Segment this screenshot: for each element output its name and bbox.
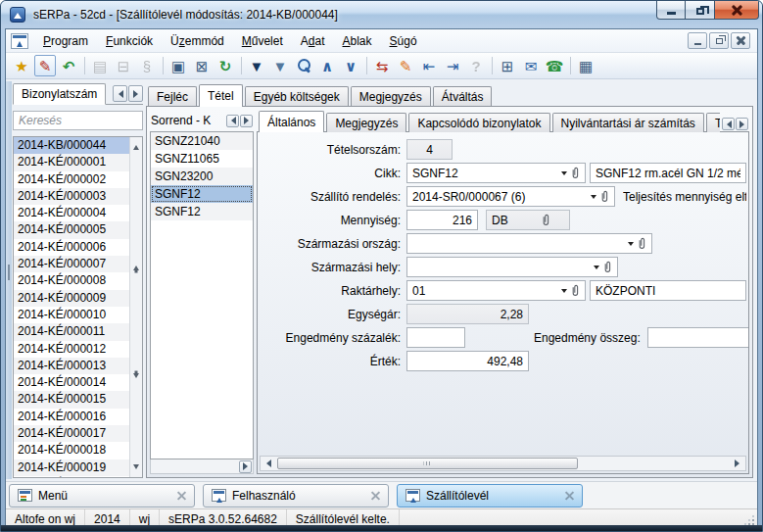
mdi-minimize-button[interactable]: [688, 32, 707, 49]
tab-bizonylatszam[interactable]: Bizonylatszám: [13, 83, 106, 105]
revert-icon[interactable]: ↶: [58, 55, 79, 76]
calculator-icon[interactable]: ⊞: [497, 55, 518, 76]
engedmeny-osszeg-input[interactable]: [647, 327, 749, 348]
document-tab[interactable]: Egyéb költségek: [245, 86, 349, 106]
dropdown-icon[interactable]: [591, 195, 596, 199]
sort-header[interactable]: Sorrend - K: [151, 114, 225, 127]
attachment-icon[interactable]: [603, 261, 612, 273]
close-button[interactable]: [715, 1, 759, 20]
line-item[interactable]: SGN23200: [151, 168, 253, 185]
splitter-handle[interactable]: [6, 81, 12, 479]
line-item[interactable]: SGNF12: [151, 185, 253, 203]
detail-tab[interactable]: Megjegyzés: [326, 113, 406, 132]
engedmeny-szazalek-input[interactable]: [406, 327, 465, 348]
mdi-document-icon[interactable]: [11, 33, 28, 49]
scroll-up-button[interactable]: [130, 139, 142, 155]
attachment-icon[interactable]: [571, 284, 580, 297]
document-list-item[interactable]: 2014-KÉ/000015: [14, 391, 129, 408]
document-list-item[interactable]: 2014-KÉ/000017: [14, 425, 129, 442]
dropdown-icon[interactable]: [594, 266, 599, 269]
hscroll-right-button[interactable]: [730, 457, 745, 470]
goto-icon[interactable]: ⇆: [371, 55, 393, 76]
line-item[interactable]: SGNZ11065: [151, 150, 253, 168]
detail-tab[interactable]: Általános: [259, 111, 324, 132]
document-tab[interactable]: Tétel: [199, 84, 243, 107]
document-list-item[interactable]: 2014-KÉ/000008: [14, 272, 129, 289]
close-tab-icon[interactable]: [177, 491, 186, 500]
document-list-item[interactable]: 2014-KÉ/000014: [14, 374, 129, 391]
scroll-down-button[interactable]: [130, 459, 142, 475]
cikk-desc-field[interactable]: [590, 163, 746, 183]
taskbar-tab[interactable]: Menü: [9, 484, 195, 508]
mennyiseg-input[interactable]: [406, 210, 478, 230]
new-icon[interactable]: ★: [11, 55, 32, 76]
document-list-item[interactable]: 2014-KÉ/000005: [14, 221, 129, 238]
szallito-rendeles-combo[interactable]: 2014-SR0/000067 (6): [406, 186, 615, 207]
dropdown-icon[interactable]: [561, 289, 567, 293]
document-list-item[interactable]: 2014-KÉ/000002: [14, 171, 129, 188]
document-list-item[interactable]: 2014-KÉ/000019: [14, 459, 129, 476]
document-tab[interactable]: Fejléc: [148, 86, 197, 106]
search-icon[interactable]: [293, 55, 314, 76]
detail-tabs-scroll-right-button[interactable]: [736, 118, 748, 130]
mdi-restore-button[interactable]: [709, 32, 729, 49]
menu-item[interactable]: Ablak: [334, 31, 381, 51]
document-list-item[interactable]: 2014-KÉ/000003: [14, 188, 129, 205]
dropdown-icon[interactable]: [561, 171, 567, 175]
document-list-item[interactable]: 2014-KB/000044: [14, 137, 129, 154]
doc-prev-icon[interactable]: ⇤: [418, 55, 440, 76]
edit-record-icon[interactable]: ✎: [34, 55, 56, 76]
close-tab-icon[interactable]: [371, 491, 380, 500]
menu-item[interactable]: Adat: [292, 31, 334, 51]
tab-scroll-left-button[interactable]: [113, 85, 127, 102]
modify-icon[interactable]: ✎: [395, 55, 416, 76]
raktarhely-combo[interactable]: 01: [406, 280, 586, 301]
attachment-icon[interactable]: [638, 237, 646, 250]
menu-item[interactable]: Súgó: [381, 31, 426, 51]
horizontal-scrollbar[interactable]: [260, 456, 746, 471]
document-list-item[interactable]: 2014-KÉ/000001: [14, 154, 129, 170]
detail-tab[interactable]: Kapcsolódó bizonylatok: [408, 113, 549, 132]
minimize-button[interactable]: [656, 1, 686, 20]
document-list-item[interactable]: 2014-KÉ/000018: [14, 442, 129, 459]
doc-next-icon[interactable]: ⇥: [442, 55, 463, 76]
taskbar-tab[interactable]: Felhasználó: [203, 484, 389, 508]
vertical-scrollbar[interactable]: [129, 137, 142, 477]
document-list-item[interactable]: 2014-KÉ/000009: [14, 290, 129, 307]
raktarhely-desc-field[interactable]: [590, 280, 746, 301]
next-record-icon[interactable]: ∨: [340, 55, 361, 76]
restore-button[interactable]: [686, 1, 715, 20]
detail-tab[interactable]: Nyilvántartási ár számítás: [552, 113, 704, 132]
szarmazasi-hely-combo[interactable]: [406, 257, 618, 277]
save-icon[interactable]: ▣: [167, 55, 189, 76]
document-list-item[interactable]: 2014-KÉ/000013: [14, 358, 129, 374]
export-icon[interactable]: ⊠: [191, 55, 213, 76]
document-list-item[interactable]: 2014-KÉ/000010: [14, 307, 129, 323]
detail-tabs-scroll-left-button[interactable]: [722, 118, 735, 130]
scroll-page-up-button[interactable]: [130, 260, 142, 275]
hscroll-left-button[interactable]: [261, 457, 276, 470]
attachment-icon[interactable]: [542, 214, 550, 226]
line-items-hscroll[interactable]: [150, 459, 254, 474]
mdi-close-button[interactable]: [731, 32, 750, 49]
dropdown-icon[interactable]: [628, 242, 634, 246]
document-tab[interactable]: Megjegyzés: [351, 86, 431, 106]
document-list-item[interactable]: 2014-KÉ/000007: [14, 256, 129, 272]
title-bar[interactable]: sERPa - 52cd - [Szállítólevél módosítás:…: [1, 1, 762, 28]
tab-scroll-right-button[interactable]: [128, 85, 143, 102]
filter-icon[interactable]: ▼: [246, 55, 267, 76]
document-list-item[interactable]: 2014-KÉ/000011: [14, 323, 129, 340]
cikk-combo[interactable]: SGNF12: [406, 163, 586, 183]
ertek-input[interactable]: [406, 351, 529, 371]
prev-record-icon[interactable]: ∧: [316, 55, 338, 76]
schedule-icon[interactable]: ▦: [575, 55, 596, 76]
menu-item[interactable]: Üzemmód: [162, 31, 233, 51]
document-list-item[interactable]: 2014-KÉ/000020: [14, 476, 129, 477]
scroll-page-down-button[interactable]: [130, 368, 142, 384]
filter-doc-icon[interactable]: ▼: [269, 55, 291, 76]
document-list-item[interactable]: 2014-KÉ/000016: [14, 409, 129, 425]
phone-icon[interactable]: ☎: [544, 55, 565, 76]
document-list-item[interactable]: 2014-KÉ/000006: [14, 239, 129, 256]
refresh-icon[interactable]: ↻: [215, 55, 236, 76]
hscroll-right-button[interactable]: [239, 460, 252, 473]
